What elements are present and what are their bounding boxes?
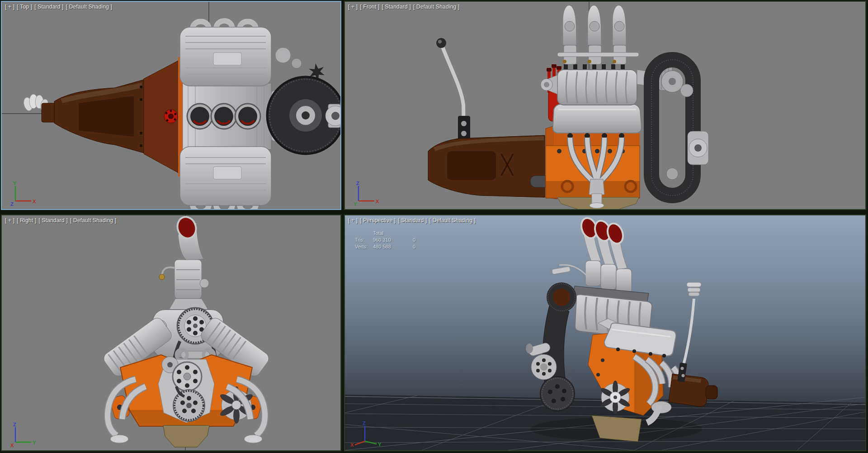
viewport-menu-general[interactable]: [ + ] xyxy=(348,217,358,224)
axis-right-label: X xyxy=(376,199,379,204)
viewport-top[interactable]: [ + ][ Top ][ Standard ][ Default Shadin… xyxy=(1,1,341,210)
stats-verts-label: Verts: xyxy=(355,243,373,250)
carburetor xyxy=(159,260,209,310)
transmission xyxy=(428,135,553,197)
viewport-quad-layout: [ + ][ Top ][ Standard ][ Default Shadin… xyxy=(0,0,868,453)
axis-origin-label: Y xyxy=(354,201,357,206)
valve-cover-right-bank xyxy=(180,147,271,209)
axis-origin-label: X xyxy=(10,443,14,448)
axis-left-label: X xyxy=(350,442,354,448)
axis-gizmo: Z X Y xyxy=(349,180,381,206)
supercharger xyxy=(183,83,271,149)
stats-verts-total: 480 588 xyxy=(373,243,413,250)
axis-right-label: Y xyxy=(33,440,36,445)
viewport-splitter-horizontal[interactable] xyxy=(0,209,868,215)
stats-tris-total: 960 310 xyxy=(373,237,413,243)
axis-gizmo: Z X Y xyxy=(349,420,383,448)
viewport-menu-style[interactable]: [ Standard ] xyxy=(398,217,427,224)
valve-cover-left-bank xyxy=(180,21,271,86)
viewport-label: [ + ][ Perspective ][ Standard ][ Defaul… xyxy=(348,217,478,224)
oil-pan xyxy=(163,425,209,447)
transmission xyxy=(42,80,144,153)
viewport-menu-general[interactable]: [ + ] xyxy=(5,4,14,10)
axis-up-label: Y xyxy=(13,181,17,186)
drive-belt xyxy=(651,60,693,196)
viewport-menu-pov[interactable]: [ Front ] xyxy=(360,4,379,10)
valve-cover xyxy=(553,104,642,133)
right-view-scene[interactable] xyxy=(2,215,340,450)
axis-gizmo: Y X Z xyxy=(6,180,38,206)
viewport-menu-style[interactable]: [ Standard ] xyxy=(34,4,63,10)
velocity-stacks xyxy=(579,216,627,270)
velocity-stacks xyxy=(557,5,639,64)
viewport-menu-style[interactable]: [ Standard ] xyxy=(39,217,68,224)
viewport-menu-pov[interactable]: [ Perspective ] xyxy=(360,217,396,224)
axis-up-label: Z xyxy=(356,181,359,186)
engine-model-top-view[interactable] xyxy=(23,21,340,209)
velocity-stack-openings xyxy=(187,104,260,129)
viewport-menu-general[interactable]: [ + ] xyxy=(348,4,358,10)
stats-verts-selected: 0 xyxy=(413,243,426,250)
viewport-menu-shading[interactable]: [ Default Shading ] xyxy=(70,217,117,224)
stats-tris-label: Tris: xyxy=(355,237,373,243)
viewport-menu-pov[interactable]: [ Right ] xyxy=(17,217,36,224)
engine-model-right-view[interactable] xyxy=(101,215,271,447)
bell-housing xyxy=(144,57,184,176)
viewport-menu-shading[interactable]: [ Default Shading ] xyxy=(429,217,476,224)
viewport-front[interactable]: [ + ][ Front ][ Standard ][ Default Shad… xyxy=(344,1,866,210)
viewport-right[interactable]: [ + ][ Right ][ Standard ][ Default Shad… xyxy=(1,215,341,451)
timing-cover-pulleys xyxy=(158,357,214,423)
viewport-label: [ + ][ Front ][ Standard ][ Default Shad… xyxy=(348,4,462,10)
axis-origin-label: Z xyxy=(10,201,14,206)
axis-gizmo: Z Y X xyxy=(6,421,38,448)
gear-shifter xyxy=(677,282,701,382)
statistics-overlay: Total Tris:960 3100 Verts:480 5880 xyxy=(355,230,426,250)
perspective-view-scene[interactable] xyxy=(345,215,865,450)
viewport-menu-shading[interactable]: [ Default Shading ] xyxy=(413,4,460,10)
viewport-label: [ + ][ Right ][ Standard ][ Default Shad… xyxy=(5,217,118,224)
axis-up-label: Z xyxy=(363,420,366,426)
viewport-menu-general[interactable]: [ + ] xyxy=(5,217,14,224)
axis-right-label: Y xyxy=(378,442,382,447)
viewport-menu-style[interactable]: [ Standard ] xyxy=(382,4,411,10)
velocity-stack xyxy=(175,215,203,262)
stats-total-header: Total xyxy=(373,230,413,237)
stats-tris-selected: 0 xyxy=(413,237,426,243)
viewport-perspective[interactable]: [ + ][ Perspective ][ Standard ][ Defaul… xyxy=(344,215,866,451)
front-view-scene[interactable] xyxy=(345,2,865,209)
viewport-menu-pov[interactable]: [ Top ] xyxy=(17,4,32,10)
axis-up-label: Z xyxy=(13,422,16,427)
viewport-menu-shading[interactable]: [ Default Shading ] xyxy=(66,4,113,10)
top-view-scene[interactable] xyxy=(2,2,340,209)
engine-model-front-view[interactable] xyxy=(428,5,708,209)
viewport-splitter-vertical[interactable] xyxy=(340,0,345,453)
axis-right-label: X xyxy=(33,199,36,204)
viewport-label: [ + ][ Top ][ Standard ][ Default Shadin… xyxy=(5,4,114,10)
